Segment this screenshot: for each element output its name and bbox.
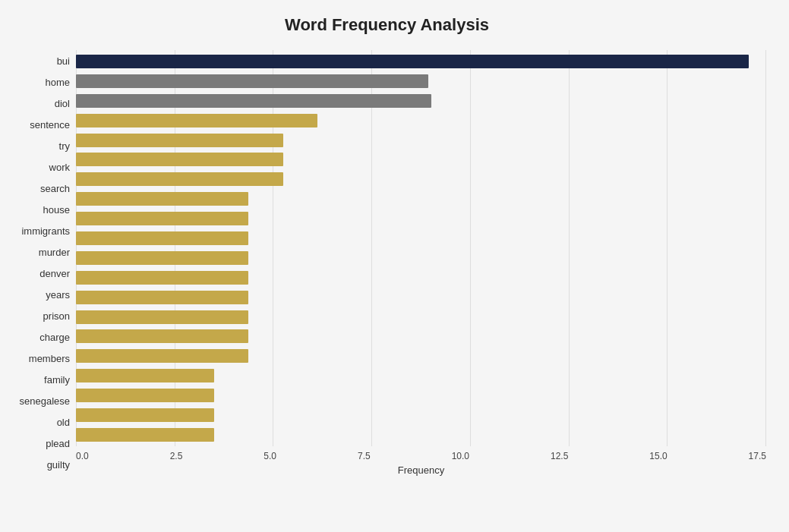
- chart-container: Word Frequency Analysis buihomediolsente…: [0, 0, 789, 532]
- y-axis: buihomediolsentencetryworksearchhouseimm…: [8, 50, 76, 476]
- plot-area: 0.02.55.07.510.012.515.017.5 Frequency: [76, 50, 766, 476]
- bar: [76, 231, 248, 245]
- y-axis-label: old: [57, 417, 70, 427]
- bar: [76, 389, 214, 402]
- bar-row: [76, 93, 766, 109]
- bar-row: [76, 250, 766, 266]
- bar-row: [76, 289, 766, 306]
- bar: [76, 329, 248, 343]
- y-axis-label: denver: [39, 269, 70, 279]
- grid-and-bars: [76, 50, 766, 446]
- bar-row: [76, 328, 766, 345]
- y-axis-label: prison: [43, 311, 70, 321]
- y-axis-label: murder: [39, 247, 70, 257]
- x-axis: 0.02.55.07.510.012.515.017.5: [76, 446, 766, 461]
- x-tick: 2.5: [170, 451, 183, 461]
- chart-area: buihomediolsentencetryworksearchhouseimm…: [8, 50, 766, 476]
- bar: [76, 212, 248, 225]
- x-tick: 10.0: [452, 451, 469, 461]
- chart-title: Word Frequency Analysis: [8, 15, 766, 35]
- y-axis-label: sentence: [30, 120, 70, 130]
- bar-row: [76, 171, 766, 187]
- y-axis-label: guilty: [47, 460, 70, 470]
- bar: [76, 310, 248, 324]
- bar-row: [76, 387, 766, 404]
- y-axis-label: try: [59, 141, 70, 151]
- y-axis-label: years: [46, 290, 70, 300]
- bar-row: [76, 210, 766, 227]
- bar-row: [76, 407, 766, 423]
- bar: [76, 291, 248, 304]
- bar: [76, 172, 283, 186]
- bar-row: [76, 151, 766, 168]
- bar: [76, 94, 431, 108]
- x-tick: 17.5: [749, 451, 766, 461]
- bar-row: [76, 230, 766, 247]
- bar: [76, 408, 214, 422]
- x-tick: 15.0: [649, 451, 667, 461]
- bar-row: [76, 132, 766, 149]
- bar: [76, 251, 248, 265]
- y-axis-label: immigrants: [21, 226, 70, 236]
- y-axis-label: home: [45, 77, 70, 87]
- x-tick: 7.5: [358, 451, 371, 461]
- bar-row: [76, 112, 766, 129]
- bar: [76, 349, 248, 363]
- y-axis-label: members: [29, 354, 70, 364]
- x-tick: 5.0: [264, 451, 276, 461]
- bar: [76, 55, 749, 68]
- bar-row: [76, 73, 766, 90]
- bars-wrapper: [76, 50, 766, 446]
- y-axis-label: search: [40, 184, 70, 194]
- bar: [76, 114, 317, 127]
- bar-row: [76, 427, 766, 443]
- y-axis-label: diol: [55, 99, 70, 109]
- y-axis-label: bui: [57, 56, 70, 66]
- bar-row: [76, 309, 766, 326]
- bar-row: [76, 348, 766, 364]
- y-axis-label: work: [49, 162, 70, 172]
- bar: [76, 134, 283, 147]
- bar: [76, 74, 428, 88]
- y-axis-label: family: [44, 375, 70, 385]
- x-tick: 12.5: [551, 451, 568, 461]
- y-axis-label: senegalese: [20, 396, 71, 406]
- x-axis-label: Frequency: [76, 464, 766, 476]
- bar-row: [76, 190, 766, 207]
- bar-row: [76, 367, 766, 384]
- bar: [76, 428, 214, 442]
- x-tick: 0.0: [76, 451, 89, 461]
- y-axis-label: charge: [39, 332, 70, 342]
- bar: [76, 192, 248, 206]
- y-axis-label: house: [43, 205, 70, 215]
- bar: [76, 271, 248, 285]
- y-axis-label: plead: [46, 439, 70, 449]
- bar: [76, 369, 214, 382]
- bar-row: [76, 53, 766, 70]
- bar-row: [76, 269, 766, 286]
- bar: [76, 153, 283, 166]
